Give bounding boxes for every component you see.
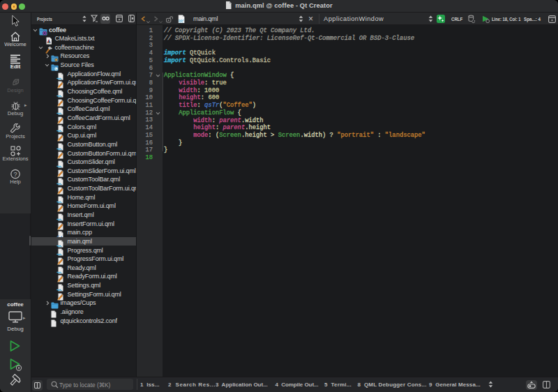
svg-text:?: ? (13, 171, 17, 178)
